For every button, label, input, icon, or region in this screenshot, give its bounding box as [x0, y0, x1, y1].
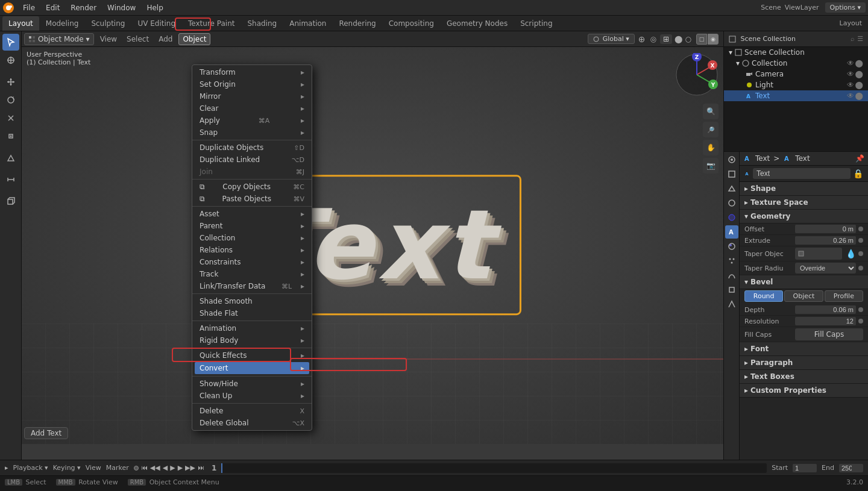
menu-clean-up[interactable]: Clean Up ▸	[192, 390, 312, 402]
menu-delete[interactable]: Delete X	[192, 405, 312, 417]
scale-tool[interactable]	[2, 110, 19, 127]
resolution-dot[interactable]	[858, 319, 863, 324]
menu-apply[interactable]: Apply ⌘A ▸	[192, 114, 312, 127]
props-material-tab[interactable]	[725, 240, 738, 253]
paragraph-section-header[interactable]: ▸ Paragraph	[740, 356, 868, 370]
camera-visibility[interactable]: 👁⬤	[847, 70, 863, 78]
menu-asset[interactable]: Asset ▸	[192, 208, 312, 220]
menu-collection[interactable]: Collection ▸	[192, 232, 312, 244]
menu-set-origin[interactable]: Set Origin ▸	[192, 78, 312, 90]
zoom-in-btn[interactable]: 🔍	[703, 104, 719, 119]
menu-convert[interactable]: Convert ▸	[195, 362, 309, 374]
select-tool[interactable]	[2, 34, 19, 51]
props-scene-tab[interactable]	[725, 196, 738, 210]
props-particles-tab[interactable]	[725, 254, 738, 267]
taper-object-dot[interactable]	[858, 251, 863, 256]
menu-join[interactable]: Join ⌘J	[192, 166, 312, 178]
outliner-camera[interactable]: Camera 👁⬤	[724, 69, 868, 80]
depth-input[interactable]	[795, 305, 856, 314]
tab-scripting[interactable]: Scripting	[514, 16, 558, 31]
extrude-input[interactable]	[795, 236, 856, 245]
menu-parent[interactable]: Parent ▸	[192, 220, 312, 232]
file-menu[interactable]: File	[18, 2, 40, 13]
next-key-btn[interactable]: ▶	[178, 464, 183, 472]
render-menu[interactable]: Render	[66, 2, 101, 13]
global-btn[interactable]: Global ▾	[588, 34, 635, 44]
extrude-dot[interactable]	[858, 238, 863, 243]
help-menu[interactable]: Help	[142, 2, 168, 13]
light-visibility[interactable]: 👁⬤	[847, 81, 863, 89]
play-btn[interactable]: ▶	[170, 464, 175, 472]
outliner-light[interactable]: Light 👁⬤	[724, 80, 868, 90]
proportional-icon[interactable]: ◎	[650, 35, 656, 43]
menu-transform[interactable]: Transform ▸	[192, 66, 312, 78]
camera-nav-btn[interactable]: 📷	[703, 158, 719, 174]
texture-space-section-header[interactable]: ▸ Texture Space	[740, 196, 868, 210]
bevel-round-btn[interactable]: Round	[744, 290, 783, 302]
tab-modeling[interactable]: Modeling	[40, 16, 85, 31]
props-render-tab[interactable]	[725, 153, 738, 166]
props-physics-tab[interactable]	[725, 269, 738, 282]
menu-duplicate-objects[interactable]: Duplicate Objects ⇧D	[192, 142, 312, 154]
props-world-tab[interactable]	[725, 211, 738, 224]
pan-btn[interactable]: ✋	[703, 140, 719, 155]
menu-rigid-body[interactable]: Rigid Body ▸	[192, 334, 312, 346]
outliner-collection[interactable]: ▾ Collection 👁⬤	[724, 58, 868, 69]
props-object-data-tab[interactable]: A	[725, 225, 738, 239]
depth-dot[interactable]	[858, 307, 863, 312]
props-output-tab[interactable]	[725, 167, 738, 181]
bevel-profile-btn[interactable]: Profile	[825, 290, 863, 302]
menu-mirror[interactable]: Mirror ▸	[192, 90, 312, 102]
taper-eyedrop-icon[interactable]: 💧	[846, 249, 856, 258]
menu-snap[interactable]: Snap ▸	[192, 127, 312, 139]
tab-shading[interactable]: Shading	[241, 16, 283, 31]
tab-sculpting[interactable]: Sculpting	[85, 16, 131, 31]
menu-paste-objects[interactable]: ⧉ Paste Objects ⌘V	[192, 193, 312, 205]
taper-radius-select[interactable]: Override Map Range	[795, 263, 856, 274]
outliner-scene-collection[interactable]: ▾ Scene Collection	[724, 47, 868, 58]
menu-link-transfer[interactable]: Link/Transfer Data ⌘L ▸	[192, 280, 312, 292]
menu-clear[interactable]: Clear ▸	[192, 102, 312, 114]
window-menu[interactable]: Window	[102, 2, 140, 13]
taper-radius-dot[interactable]	[858, 266, 863, 271]
tab-animation[interactable]: Animation	[283, 16, 332, 31]
edit-menu[interactable]: Edit	[41, 2, 64, 13]
outliner-filter-icon[interactable]: ⌕	[851, 35, 855, 43]
text-visibility[interactable]: 👁⬤	[847, 92, 863, 100]
options-btn[interactable]: Options ▾	[825, 2, 866, 13]
start-frame-input[interactable]	[793, 464, 817, 472]
taper-object-field[interactable]	[795, 248, 842, 260]
bevel-section-header[interactable]: ▾ Bevel	[740, 275, 868, 289]
tab-geometry[interactable]: Geometry Nodes	[441, 16, 514, 31]
move-tool[interactable]	[2, 73, 19, 90]
overlay-btn[interactable]: ⊞	[660, 34, 672, 44]
zoom-out-btn[interactable]: 🔎	[703, 122, 719, 137]
add-cube-tool[interactable]	[2, 193, 19, 210]
next-frame-btn[interactable]: ▶▶	[185, 464, 195, 472]
tab-rendering[interactable]: Rendering	[333, 16, 382, 31]
offset-dot[interactable]	[858, 227, 863, 231]
solid-btn[interactable]: ◉	[708, 34, 719, 45]
annotate-tool[interactable]	[2, 149, 19, 166]
tab-uv[interactable]: UV Editing	[131, 16, 181, 31]
timeline-collapse-icon[interactable]: ▸	[5, 464, 8, 472]
timeline-bar[interactable]	[221, 463, 767, 473]
end-frame-input[interactable]	[839, 464, 863, 472]
menu-show-hide[interactable]: Show/Hide ▸	[192, 378, 312, 390]
prev-frame-btn[interactable]: ◀◀	[150, 464, 160, 472]
menu-constraints[interactable]: Constraints ▸	[192, 256, 312, 268]
tab-layout[interactable]: Layout	[2, 16, 39, 31]
props-modifiers-tab[interactable]	[725, 298, 738, 311]
menu-animation[interactable]: Animation ▸	[192, 322, 312, 334]
menu-relations[interactable]: Relations ▸	[192, 244, 312, 256]
select-menu[interactable]: Select	[123, 34, 153, 45]
bevel-object-btn[interactable]: Object	[784, 290, 823, 302]
props-viewlayer-tab[interactable]	[725, 182, 738, 195]
add-text-button[interactable]: Add Text	[24, 427, 68, 439]
view-menu[interactable]: View	[96, 34, 121, 45]
menu-delete-global[interactable]: Delete Global ⌥X	[192, 417, 312, 429]
tab-texturepaint[interactable]: Texture Paint	[182, 16, 241, 31]
collection-visibility[interactable]: 👁⬤	[847, 59, 863, 67]
mode-selector[interactable]: Object Mode ▾	[24, 33, 94, 45]
shading-icon[interactable]: ⬤	[675, 35, 682, 43]
